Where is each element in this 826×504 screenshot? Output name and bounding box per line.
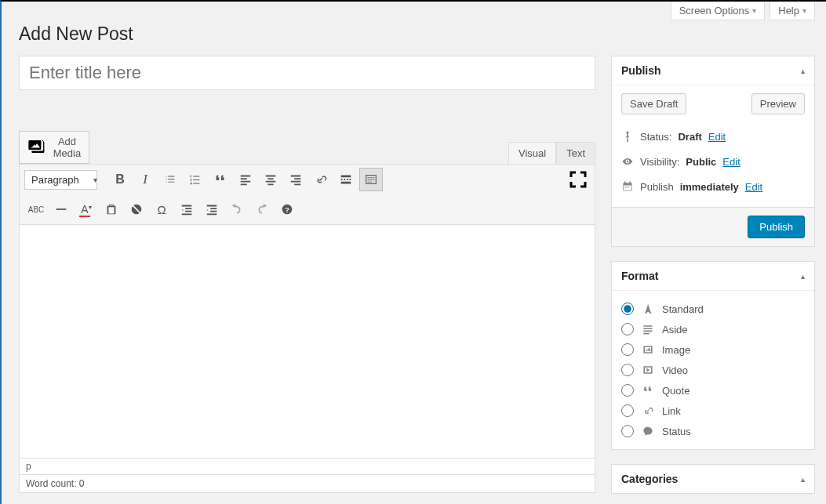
align-center-button[interactable]: [259, 168, 282, 191]
align-left-button[interactable]: [234, 168, 257, 191]
read-more-button[interactable]: [334, 168, 358, 191]
format-panel-title: Format: [621, 270, 658, 282]
pin-icon: [621, 130, 634, 143]
link-button[interactable]: [309, 168, 333, 191]
calendar-icon: [621, 180, 634, 193]
eye-icon: [621, 155, 634, 168]
panel-collapse-icon[interactable]: ▴: [801, 475, 805, 484]
format-radio[interactable]: [621, 425, 634, 437]
italic-button[interactable]: I: [133, 168, 157, 191]
svg-text:?: ?: [285, 206, 289, 214]
categories-panel-title: Categories: [621, 473, 678, 485]
image-icon: [642, 343, 654, 356]
text-tab[interactable]: Text: [556, 142, 595, 164]
align-right-button[interactable]: [284, 168, 307, 191]
redo-button[interactable]: [250, 198, 274, 221]
editor-path: p: [19, 459, 595, 475]
format-label: Status: [662, 426, 691, 437]
indent-button[interactable]: [200, 198, 224, 221]
visibility-label: Visibility:: [640, 156, 679, 168]
help-tab[interactable]: Help ▾: [770, 2, 815, 20]
standard-icon: [642, 303, 654, 315]
clear-formatting-button[interactable]: [125, 198, 148, 221]
format-radio[interactable]: [621, 343, 634, 356]
video-icon: [642, 364, 654, 376]
categories-panel: Categories ▴: [611, 464, 815, 494]
format-radio[interactable]: [621, 384, 634, 397]
fullscreen-button[interactable]: [566, 168, 590, 191]
numbered-list-button[interactable]: [184, 168, 207, 191]
publish-timing-label: Publish: [640, 181, 674, 193]
post-title-input[interactable]: [19, 56, 595, 90]
help-label: Help: [778, 5, 799, 16]
format-label: Standard: [662, 303, 704, 315]
format-panel: Format ▴ StandardAsideImageVideoQuoteLin…: [611, 261, 815, 450]
format-option-video[interactable]: Video: [621, 360, 805, 380]
paragraph-format-select[interactable]: Paragraph: [24, 170, 97, 190]
format-option-link[interactable]: Link: [621, 401, 805, 421]
panel-collapse-icon[interactable]: ▴: [801, 272, 805, 281]
edit-visibility-link[interactable]: Edit: [722, 156, 740, 168]
bold-button[interactable]: B: [108, 168, 132, 191]
format-option-image[interactable]: Image: [621, 339, 805, 360]
paste-text-button[interactable]: [100, 198, 123, 221]
edit-status-link[interactable]: Edit: [708, 131, 726, 143]
format-label: Video: [662, 364, 688, 376]
editor-content-area[interactable]: [19, 225, 595, 459]
status-icon: [642, 425, 654, 437]
format-label: Aside: [662, 324, 688, 335]
publish-button[interactable]: Publish: [748, 216, 805, 238]
undo-button[interactable]: [225, 198, 249, 221]
save-draft-button[interactable]: Save Draft: [621, 93, 686, 114]
screen-options-tab[interactable]: Screen Options ▾: [671, 2, 766, 20]
screen-options-label: Screen Options: [679, 5, 750, 16]
bullet-list-button[interactable]: [158, 168, 182, 191]
format-radio[interactable]: [621, 303, 634, 315]
help-button[interactable]: ?: [275, 198, 299, 221]
publish-panel: Publish ▴ Save Draft Preview Status: Dra…: [611, 56, 815, 247]
add-media-button[interactable]: Add Media: [19, 131, 89, 164]
text-color-button[interactable]: A▾: [75, 198, 98, 221]
format-option-standard[interactable]: Standard: [621, 299, 805, 319]
blockquote-button[interactable]: [209, 168, 232, 191]
media-icon: [27, 137, 49, 158]
horizontal-rule-button[interactable]: [49, 198, 73, 221]
format-radio[interactable]: [621, 323, 634, 335]
status-value: Draft: [678, 131, 701, 143]
aside-icon: [642, 323, 654, 335]
format-radio[interactable]: [621, 364, 634, 376]
visibility-value: Public: [686, 156, 716, 168]
publish-timing-value: immediately: [680, 181, 739, 193]
chevron-down-icon: ▾: [752, 6, 756, 15]
status-label: Status:: [640, 131, 671, 143]
preview-button[interactable]: Preview: [751, 93, 805, 114]
format-option-aside[interactable]: Aside: [621, 319, 805, 339]
edit-publish-timing-link[interactable]: Edit: [745, 181, 762, 193]
strikethrough-button[interactable]: ABC: [24, 198, 48, 221]
word-count: Word count: 0: [19, 475, 595, 493]
format-radio[interactable]: [621, 404, 634, 417]
format-label: Image: [662, 344, 690, 356]
panel-collapse-icon[interactable]: ▴: [801, 67, 805, 75]
format-option-quote[interactable]: Quote: [621, 380, 805, 401]
quote-icon: [642, 384, 654, 397]
format-option-status[interactable]: Status: [621, 421, 805, 441]
special-character-button[interactable]: Ω: [150, 198, 173, 221]
visual-tab[interactable]: Visual: [508, 142, 556, 164]
add-media-label: Add Media: [53, 136, 81, 159]
outdent-button[interactable]: [175, 198, 198, 221]
toolbar-toggle-button[interactable]: [359, 168, 383, 191]
format-label: Link: [662, 405, 681, 417]
publish-panel-title: Publish: [621, 64, 661, 77]
format-label: Quote: [662, 385, 690, 397]
link-icon: [642, 404, 654, 417]
chevron-down-icon: ▾: [802, 6, 806, 15]
